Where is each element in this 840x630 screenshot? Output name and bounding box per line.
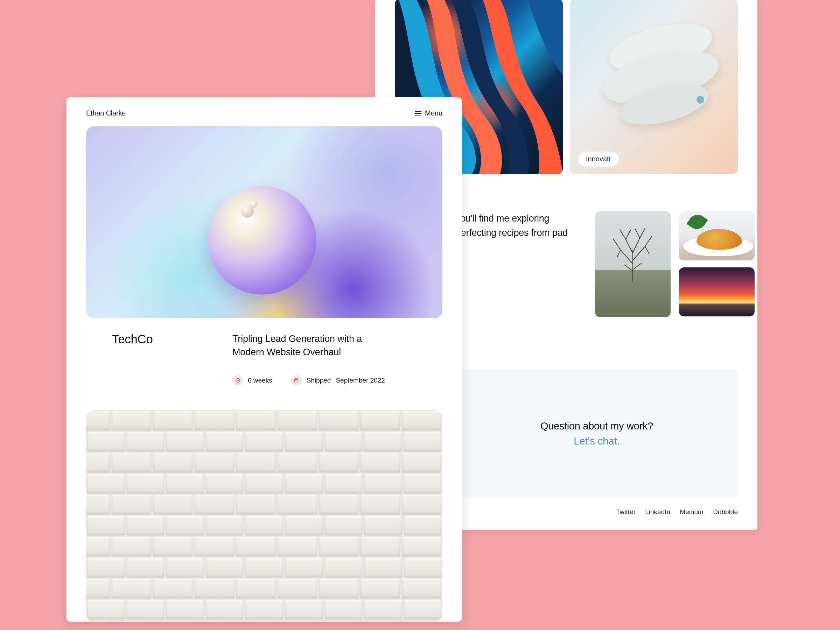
about-thumbnail-row <box>595 212 755 317</box>
meta-shipped: Shipped September 2022 <box>291 375 385 386</box>
menu-label: Menu <box>425 109 442 117</box>
case-meta-row: 6 weeks Shipped September 2022 <box>232 359 442 386</box>
case-study-card: Ethan Clarke Menu TechCo Tripling Lead G… <box>66 97 462 622</box>
thumb-sunset[interactable] <box>679 267 755 316</box>
brick-wall-icon <box>86 410 442 622</box>
case-hero-image <box>86 126 442 318</box>
leaf-garnish-icon <box>686 212 708 233</box>
clock-icon <box>232 375 243 386</box>
about-text-fragment: you'll find me exploring perfecting reci… <box>456 212 585 240</box>
site-brand[interactable]: Ethan Clarke <box>86 109 126 117</box>
dot-accent-icon <box>696 96 704 104</box>
meta-shipped-value: September 2022 <box>336 377 385 384</box>
calendar-icon <box>291 375 302 386</box>
meta-shipped-label: Shipped <box>306 377 331 384</box>
social-link-medium[interactable]: Medium <box>680 508 704 516</box>
case-title: Tripling Lead Generation with a Modern W… <box>232 332 390 359</box>
meta-duration-value: 6 weeks <box>248 377 272 384</box>
case-meta: TechCo Tripling Lead Generation with a M… <box>86 318 442 395</box>
pasta-icon <box>696 229 742 250</box>
cta-chat-link[interactable]: Let's chat. <box>574 436 619 447</box>
social-link-dribbble[interactable]: Dribbble <box>713 508 738 516</box>
gradient-orb-icon <box>208 186 316 295</box>
bare-tree-icon <box>606 226 659 281</box>
meta-duration: 6 weeks <box>232 375 272 386</box>
menu-button[interactable]: Menu <box>415 109 442 117</box>
svg-rect-1 <box>295 379 298 382</box>
about-line-2: perfecting recipes from pad <box>456 227 568 238</box>
contact-cta: Question about my work? Let's chat. <box>456 369 738 498</box>
case-client-name: TechCo <box>112 332 207 386</box>
hamburger-icon <box>415 111 422 115</box>
project-tag-pill: Innovatr <box>578 152 619 167</box>
social-link-linkedin[interactable]: LinkedIn <box>645 508 670 516</box>
site-header: Ethan Clarke Menu <box>86 109 442 126</box>
about-line-1: you'll find me exploring <box>456 213 549 224</box>
project-tile-innovatr[interactable]: Innovatr <box>570 0 738 174</box>
case-secondary-image <box>86 410 442 622</box>
cta-question: Question about my work? <box>540 420 653 432</box>
thumb-food[interactable] <box>679 212 755 261</box>
thumb-tree[interactable] <box>595 212 671 317</box>
social-link-twitter[interactable]: Twitter <box>616 508 636 516</box>
